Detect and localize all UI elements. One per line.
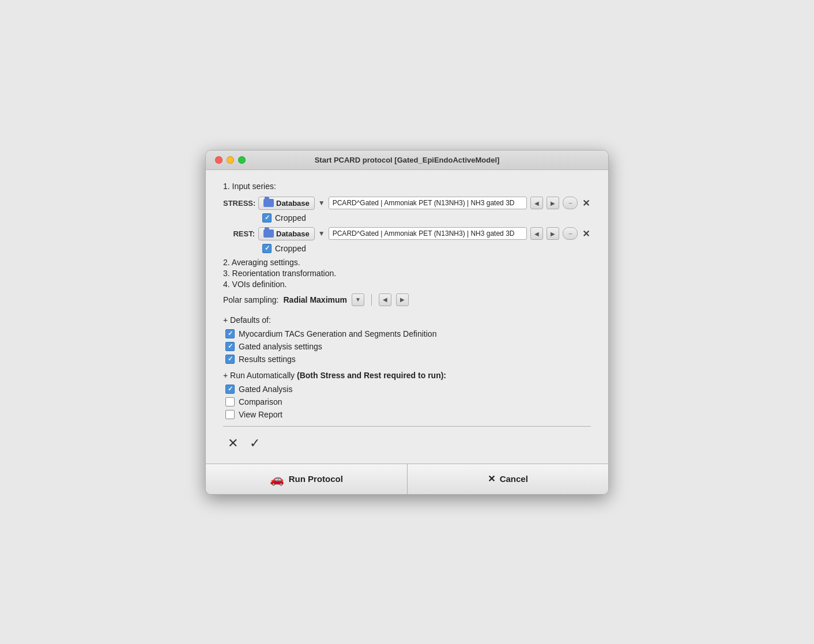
stress-db-label: Database (276, 199, 310, 208)
rest-dropdown-arrow[interactable]: ▼ (318, 229, 325, 238)
close-button[interactable] (215, 156, 223, 164)
defaults-checkbox-0[interactable] (225, 329, 235, 338)
defaults-checkbox-1[interactable] (225, 342, 235, 351)
cancel-x-button[interactable]: ✕ (228, 436, 238, 451)
defaults-header: + Defaults of: (223, 315, 591, 325)
rest-cropped-checkbox-wrap[interactable]: Cropped (262, 244, 306, 253)
rest-more-button[interactable]: ··· (563, 227, 578, 240)
defaults-checkbox-2[interactable] (225, 355, 235, 364)
polar-sampling-value: Radial Maximum (284, 295, 347, 304)
defaults-label-2: Results settings (239, 355, 296, 364)
defaults-item-2: Results settings (225, 355, 591, 364)
stress-folder-icon (263, 199, 274, 207)
minimize-button[interactable] (227, 156, 234, 164)
cancel-x-icon: ✕ (488, 473, 495, 484)
titlebar: Start PCARD protocol [Gated_EpiEndoActiv… (206, 150, 608, 170)
rest-series-field[interactable]: PCARD^Gated | Ammoniak PET (N13NH3) | NH… (329, 227, 527, 240)
run-auto-label-1: Comparison (239, 397, 282, 406)
window-title: Start PCARD protocol [Gated_EpiEndoActiv… (315, 156, 500, 164)
stress-dropdown-arrow[interactable]: ▼ (318, 199, 325, 207)
footer: 🚗 Run Protocol ✕ Cancel (206, 464, 608, 494)
polar-next-button[interactable]: ▶ (396, 293, 409, 306)
main-window: Start PCARD protocol [Gated_EpiEndoActiv… (205, 150, 609, 495)
steps-section: 2. Averaging settings. 3. Reorientation … (223, 258, 591, 289)
content-area: 1. Input series: STRESS: Database ▼ PCAR… (206, 170, 608, 461)
run-auto-header: + Run Automatically (Both Stress and Res… (223, 371, 591, 380)
confirm-check-button[interactable]: ✓ (250, 436, 260, 451)
polar-sampling-label: Polar sampling: (223, 295, 279, 304)
divider (223, 426, 591, 427)
rest-db-label: Database (276, 229, 310, 238)
maximize-button[interactable] (238, 156, 246, 164)
rest-folder-icon (263, 229, 274, 238)
cancel-button[interactable]: ✕ Cancel (408, 464, 609, 494)
defaults-item-1: Gated analysis settings (225, 342, 591, 351)
polar-dropdown: ▼ (352, 293, 364, 306)
stress-database-button[interactable]: Database (258, 197, 315, 210)
rest-cropped-row: Cropped (262, 244, 591, 253)
run-auto-item-0: Gated Analysis (225, 385, 591, 394)
run-auto-prefix: + Run Automatically (223, 371, 297, 380)
step-vois: 4. VOIs definition. (223, 280, 591, 289)
rest-next-button[interactable]: ▶ (547, 227, 559, 240)
step-averaging: 2. Averaging settings. (223, 258, 591, 267)
window-controls (215, 156, 246, 164)
stress-cropped-row: Cropped (262, 213, 591, 223)
run-auto-item-1: Comparison (225, 397, 591, 406)
stress-prev-button[interactable]: ◀ (530, 197, 543, 209)
rest-cropped-checkbox[interactable] (262, 244, 272, 253)
run-auto-label-2: View Report (239, 410, 282, 419)
run-protocol-button[interactable]: 🚗 Run Protocol (206, 464, 408, 494)
rest-database-button[interactable]: Database (258, 227, 315, 240)
step-reorientation: 3. Reorientation transformation. (223, 269, 591, 278)
rest-cropped-label: Cropped (275, 244, 306, 253)
stress-row: STRESS: Database ▼ PCARD^Gated | Ammonia… (223, 197, 591, 210)
stress-next-button[interactable]: ▶ (547, 197, 559, 209)
rest-prev-button[interactable]: ◀ (530, 227, 543, 240)
polar-dropdown-arrow-btn[interactable]: ▼ (352, 293, 364, 306)
run-auto-item-2: View Report (225, 410, 591, 419)
stress-series-field[interactable]: PCARD^Gated | Ammoniak PET (N13NH3) | NH… (329, 197, 527, 209)
run-auto-checkbox-0[interactable] (225, 385, 235, 394)
stress-label: STRESS: (223, 199, 255, 208)
stress-cropped-label: Cropped (275, 213, 306, 223)
defaults-label-1: Gated analysis settings (239, 342, 322, 351)
run-protocol-label: Run Protocol (289, 474, 343, 484)
stress-clear-button[interactable]: ✕ (581, 198, 591, 209)
stress-more-button[interactable]: ··· (563, 197, 578, 209)
input-series-label: 1. Input series: (223, 182, 591, 191)
run-protocol-icon: 🚗 (270, 472, 284, 486)
defaults-item-0: Myocardium TACs Generation and Segments … (225, 329, 591, 338)
rest-row: REST: Database ▼ PCARD^Gated | Ammoniak … (223, 227, 591, 240)
validation-row: ✕ ✓ (223, 434, 591, 455)
rest-clear-button[interactable]: ✕ (581, 228, 591, 239)
rest-label: REST: (223, 229, 255, 238)
cancel-label: Cancel (500, 474, 528, 484)
defaults-label-0: Myocardium TACs Generation and Segments … (239, 329, 436, 338)
polar-separator (371, 294, 372, 306)
stress-cropped-checkbox-wrap[interactable]: Cropped (262, 213, 306, 223)
defaults-section: + Defaults of: Myocardium TACs Generatio… (223, 315, 591, 364)
run-auto-bold: (Both Stress and Rest required to run): (297, 371, 446, 380)
run-auto-label-0: Gated Analysis (239, 385, 292, 394)
run-auto-section: + Run Automatically (Both Stress and Res… (223, 371, 591, 419)
run-auto-checkbox-1[interactable] (225, 397, 235, 406)
stress-cropped-checkbox[interactable] (262, 213, 272, 223)
polar-prev-button[interactable]: ◀ (379, 293, 391, 306)
polar-sampling-row: Polar sampling: Radial Maximum ▼ ◀ ▶ (223, 293, 591, 306)
run-auto-checkbox-2[interactable] (225, 410, 235, 419)
